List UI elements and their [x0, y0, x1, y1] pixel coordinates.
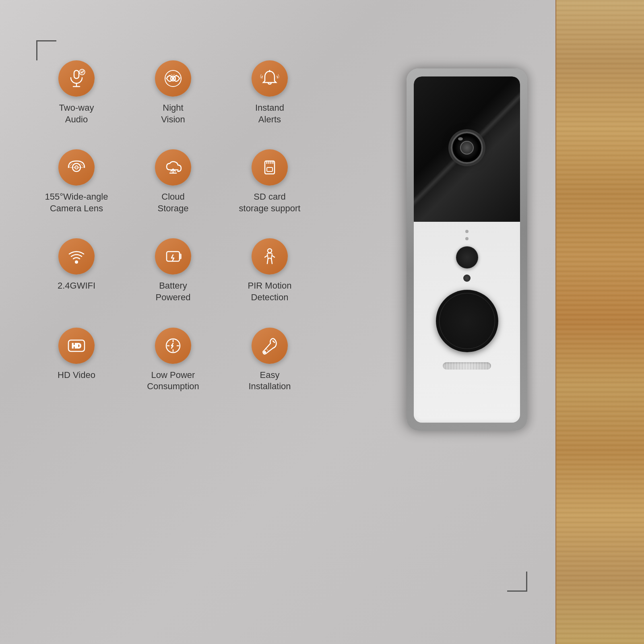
svg-point-36 [264, 351, 266, 353]
lowpower-icon [163, 336, 183, 355]
svg-line-31 [265, 256, 267, 257]
camera-lens [451, 132, 483, 164]
hd-video-icon-circle: HD [58, 328, 95, 364]
pir-sensor[interactable] [456, 246, 478, 268]
wifi-icon [67, 247, 86, 266]
indicator-dots [465, 224, 469, 246]
feature-wide-angle: 155°Wide-angleCamera Lens [36, 149, 117, 214]
feature-night-vision: NightVision [133, 60, 213, 125]
instant-alerts-icon-circle [252, 60, 288, 97]
svg-rect-0 [74, 70, 79, 78]
feature-battery: BatteryPowered [133, 238, 213, 303]
doorbell-body [414, 76, 520, 423]
features-area: Two-wayAudio NightVision [24, 60, 298, 392]
easy-installation-label: EasyInstallation [248, 369, 291, 392]
svg-line-29 [267, 258, 268, 264]
dot-1 [465, 230, 469, 233]
two-way-audio-icon-circle [58, 60, 95, 97]
wide-angle-icon-circle [58, 149, 95, 186]
doorbell-container [402, 48, 531, 451]
bell-icon [260, 69, 279, 88]
microphone-icon [67, 69, 86, 88]
svg-point-22 [75, 261, 78, 263]
two-way-audio-label: Two-wayAudio [59, 102, 94, 125]
feature-easy-installation: EasyInstallation [229, 328, 310, 392]
battery-label: BatteryPowered [156, 280, 191, 303]
feature-two-way-audio: Two-wayAudio [36, 60, 117, 125]
wrench-icon [260, 336, 279, 355]
cloud-storage-label: CloudStorage [157, 191, 188, 214]
sdcard-icon [260, 158, 279, 177]
sd-card-label: SD cardstorage support [239, 191, 301, 214]
white-section [414, 222, 520, 369]
pir-motion-icon-circle [252, 238, 288, 275]
cloud-storage-icon-circle [155, 149, 191, 186]
hd-icon: HD [67, 336, 86, 355]
feature-pir-motion: PIR MotionDetection [229, 238, 310, 303]
doorbell-button[interactable] [436, 290, 498, 352]
battery-icon [163, 247, 183, 266]
camera-section [414, 76, 520, 222]
small-sensor [463, 275, 471, 282]
person-icon [260, 247, 279, 266]
wide-angle-label: 155°Wide-angleCamera Lens [45, 191, 108, 214]
doorbell-mount [407, 68, 527, 431]
wifi-label: 2.4GWIFI [58, 280, 95, 292]
feature-wifi: 2.4GWIFI [36, 238, 117, 303]
easy-installation-icon-circle [252, 328, 288, 364]
feature-hd-video: HD HD Video [36, 328, 117, 392]
hd-video-label: HD Video [58, 369, 95, 381]
eye-icon [163, 69, 183, 88]
speaker-grille [443, 362, 491, 369]
feature-low-power: Low PowerConsumption [133, 328, 213, 392]
pir-motion-label: PIR MotionDetection [248, 280, 292, 303]
feature-sd-card: SD cardstorage support [229, 149, 310, 214]
svg-line-30 [271, 258, 272, 264]
low-power-icon-circle [155, 328, 191, 364]
wifi-icon-circle [58, 238, 95, 275]
svg-text:HD: HD [72, 343, 81, 349]
night-vision-icon-circle [155, 60, 191, 97]
feature-cloud-storage: CloudStorage [133, 149, 213, 214]
wood-panel [555, 0, 644, 644]
camera-wide-icon [67, 158, 86, 177]
corner-bracket-bottom-right [507, 572, 527, 592]
sd-card-icon-circle [252, 149, 288, 186]
low-power-label: Low PowerConsumption [147, 369, 199, 392]
corner-bracket-top-left [36, 40, 56, 60]
night-vision-label: NightVision [161, 102, 185, 125]
svg-rect-24 [180, 254, 181, 259]
battery-icon-circle [155, 238, 191, 275]
cloud-icon [163, 158, 183, 177]
svg-point-6 [172, 78, 174, 79]
features-grid: Two-wayAudio NightVision [36, 60, 298, 392]
lens-highlight [458, 137, 463, 140]
svg-line-32 [272, 256, 275, 257]
svg-point-28 [268, 249, 272, 253]
feature-instant-alerts: InstandAlerts [229, 60, 310, 125]
instant-alerts-label: InstandAlerts [255, 102, 284, 125]
dot-2 [465, 237, 469, 240]
svg-rect-21 [267, 167, 272, 171]
